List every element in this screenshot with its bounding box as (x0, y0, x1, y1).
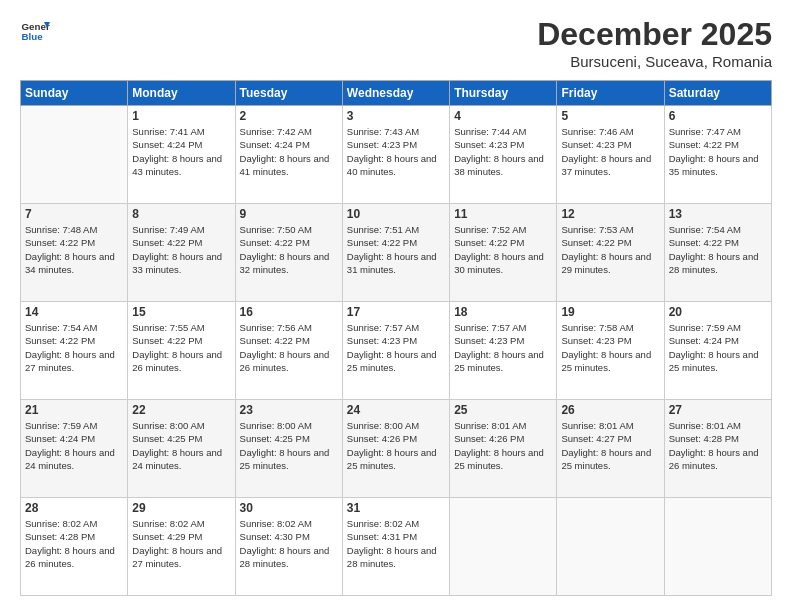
calendar-cell (557, 498, 664, 596)
calendar-cell: 31Sunrise: 8:02 AMSunset: 4:31 PMDayligh… (342, 498, 449, 596)
calendar-cell: 5Sunrise: 7:46 AMSunset: 4:23 PMDaylight… (557, 106, 664, 204)
day-number: 1 (132, 109, 230, 123)
logo: General Blue (20, 16, 50, 46)
day-info: Sunrise: 8:01 AMSunset: 4:26 PMDaylight:… (454, 419, 552, 472)
day-number: 28 (25, 501, 123, 515)
day-info: Sunrise: 7:53 AMSunset: 4:22 PMDaylight:… (561, 223, 659, 276)
calendar-cell: 17Sunrise: 7:57 AMSunset: 4:23 PMDayligh… (342, 302, 449, 400)
day-header-thursday: Thursday (450, 81, 557, 106)
day-info: Sunrise: 7:56 AMSunset: 4:22 PMDaylight:… (240, 321, 338, 374)
calendar-cell: 23Sunrise: 8:00 AMSunset: 4:25 PMDayligh… (235, 400, 342, 498)
calendar-cell: 10Sunrise: 7:51 AMSunset: 4:22 PMDayligh… (342, 204, 449, 302)
day-number: 13 (669, 207, 767, 221)
calendar-cell: 1Sunrise: 7:41 AMSunset: 4:24 PMDaylight… (128, 106, 235, 204)
day-number: 8 (132, 207, 230, 221)
day-header-friday: Friday (557, 81, 664, 106)
calendar-cell: 6Sunrise: 7:47 AMSunset: 4:22 PMDaylight… (664, 106, 771, 204)
day-info: Sunrise: 8:00 AMSunset: 4:25 PMDaylight:… (240, 419, 338, 472)
calendar-cell: 22Sunrise: 8:00 AMSunset: 4:25 PMDayligh… (128, 400, 235, 498)
day-number: 3 (347, 109, 445, 123)
calendar-cell: 18Sunrise: 7:57 AMSunset: 4:23 PMDayligh… (450, 302, 557, 400)
calendar-cell: 27Sunrise: 8:01 AMSunset: 4:28 PMDayligh… (664, 400, 771, 498)
day-number: 10 (347, 207, 445, 221)
day-info: Sunrise: 8:00 AMSunset: 4:26 PMDaylight:… (347, 419, 445, 472)
day-info: Sunrise: 7:43 AMSunset: 4:23 PMDaylight:… (347, 125, 445, 178)
day-info: Sunrise: 7:44 AMSunset: 4:23 PMDaylight:… (454, 125, 552, 178)
day-header-wednesday: Wednesday (342, 81, 449, 106)
day-info: Sunrise: 7:55 AMSunset: 4:22 PMDaylight:… (132, 321, 230, 374)
calendar-cell: 13Sunrise: 7:54 AMSunset: 4:22 PMDayligh… (664, 204, 771, 302)
day-number: 31 (347, 501, 445, 515)
calendar-cell: 12Sunrise: 7:53 AMSunset: 4:22 PMDayligh… (557, 204, 664, 302)
day-info: Sunrise: 7:59 AMSunset: 4:24 PMDaylight:… (669, 321, 767, 374)
day-info: Sunrise: 8:01 AMSunset: 4:27 PMDaylight:… (561, 419, 659, 472)
day-number: 17 (347, 305, 445, 319)
calendar-week-row: 7Sunrise: 7:48 AMSunset: 4:22 PMDaylight… (21, 204, 772, 302)
calendar-cell: 8Sunrise: 7:49 AMSunset: 4:22 PMDaylight… (128, 204, 235, 302)
day-number: 12 (561, 207, 659, 221)
day-number: 15 (132, 305, 230, 319)
day-info: Sunrise: 7:54 AMSunset: 4:22 PMDaylight:… (25, 321, 123, 374)
calendar-cell: 11Sunrise: 7:52 AMSunset: 4:22 PMDayligh… (450, 204, 557, 302)
month-title: December 2025 (537, 16, 772, 53)
calendar-week-row: 14Sunrise: 7:54 AMSunset: 4:22 PMDayligh… (21, 302, 772, 400)
day-info: Sunrise: 7:42 AMSunset: 4:24 PMDaylight:… (240, 125, 338, 178)
day-info: Sunrise: 7:50 AMSunset: 4:22 PMDaylight:… (240, 223, 338, 276)
calendar-cell: 19Sunrise: 7:58 AMSunset: 4:23 PMDayligh… (557, 302, 664, 400)
calendar-page: General Blue December 2025 Bursuceni, Su… (0, 0, 792, 612)
day-number: 5 (561, 109, 659, 123)
calendar-cell: 7Sunrise: 7:48 AMSunset: 4:22 PMDaylight… (21, 204, 128, 302)
day-info: Sunrise: 7:48 AMSunset: 4:22 PMDaylight:… (25, 223, 123, 276)
calendar-week-row: 1Sunrise: 7:41 AMSunset: 4:24 PMDaylight… (21, 106, 772, 204)
calendar-cell: 3Sunrise: 7:43 AMSunset: 4:23 PMDaylight… (342, 106, 449, 204)
day-number: 24 (347, 403, 445, 417)
calendar-cell: 26Sunrise: 8:01 AMSunset: 4:27 PMDayligh… (557, 400, 664, 498)
day-info: Sunrise: 8:02 AMSunset: 4:29 PMDaylight:… (132, 517, 230, 570)
day-info: Sunrise: 7:51 AMSunset: 4:22 PMDaylight:… (347, 223, 445, 276)
day-header-sunday: Sunday (21, 81, 128, 106)
day-number: 27 (669, 403, 767, 417)
day-number: 29 (132, 501, 230, 515)
calendar-cell: 24Sunrise: 8:00 AMSunset: 4:26 PMDayligh… (342, 400, 449, 498)
calendar-cell: 21Sunrise: 7:59 AMSunset: 4:24 PMDayligh… (21, 400, 128, 498)
header: General Blue December 2025 Bursuceni, Su… (20, 16, 772, 70)
day-number: 16 (240, 305, 338, 319)
calendar-cell: 2Sunrise: 7:42 AMSunset: 4:24 PMDaylight… (235, 106, 342, 204)
day-number: 18 (454, 305, 552, 319)
day-info: Sunrise: 7:57 AMSunset: 4:23 PMDaylight:… (347, 321, 445, 374)
day-number: 22 (132, 403, 230, 417)
logo-icon: General Blue (20, 16, 50, 46)
calendar-cell: 4Sunrise: 7:44 AMSunset: 4:23 PMDaylight… (450, 106, 557, 204)
calendar-cell: 29Sunrise: 8:02 AMSunset: 4:29 PMDayligh… (128, 498, 235, 596)
day-number: 7 (25, 207, 123, 221)
day-info: Sunrise: 7:41 AMSunset: 4:24 PMDaylight:… (132, 125, 230, 178)
title-section: December 2025 Bursuceni, Suceava, Romani… (537, 16, 772, 70)
calendar-cell (450, 498, 557, 596)
day-number: 14 (25, 305, 123, 319)
day-info: Sunrise: 7:57 AMSunset: 4:23 PMDaylight:… (454, 321, 552, 374)
day-number: 30 (240, 501, 338, 515)
svg-text:Blue: Blue (22, 31, 44, 42)
day-number: 23 (240, 403, 338, 417)
day-info: Sunrise: 8:01 AMSunset: 4:28 PMDaylight:… (669, 419, 767, 472)
location-title: Bursuceni, Suceava, Romania (537, 53, 772, 70)
day-info: Sunrise: 7:54 AMSunset: 4:22 PMDaylight:… (669, 223, 767, 276)
calendar-cell: 15Sunrise: 7:55 AMSunset: 4:22 PMDayligh… (128, 302, 235, 400)
day-number: 20 (669, 305, 767, 319)
day-info: Sunrise: 8:02 AMSunset: 4:31 PMDaylight:… (347, 517, 445, 570)
day-number: 2 (240, 109, 338, 123)
day-info: Sunrise: 7:47 AMSunset: 4:22 PMDaylight:… (669, 125, 767, 178)
calendar-cell: 30Sunrise: 8:02 AMSunset: 4:30 PMDayligh… (235, 498, 342, 596)
day-info: Sunrise: 7:59 AMSunset: 4:24 PMDaylight:… (25, 419, 123, 472)
day-header-tuesday: Tuesday (235, 81, 342, 106)
day-info: Sunrise: 7:49 AMSunset: 4:22 PMDaylight:… (132, 223, 230, 276)
day-number: 25 (454, 403, 552, 417)
calendar-cell: 9Sunrise: 7:50 AMSunset: 4:22 PMDaylight… (235, 204, 342, 302)
day-info: Sunrise: 8:00 AMSunset: 4:25 PMDaylight:… (132, 419, 230, 472)
day-number: 4 (454, 109, 552, 123)
day-info: Sunrise: 8:02 AMSunset: 4:28 PMDaylight:… (25, 517, 123, 570)
day-number: 26 (561, 403, 659, 417)
day-number: 11 (454, 207, 552, 221)
day-info: Sunrise: 7:52 AMSunset: 4:22 PMDaylight:… (454, 223, 552, 276)
day-number: 21 (25, 403, 123, 417)
